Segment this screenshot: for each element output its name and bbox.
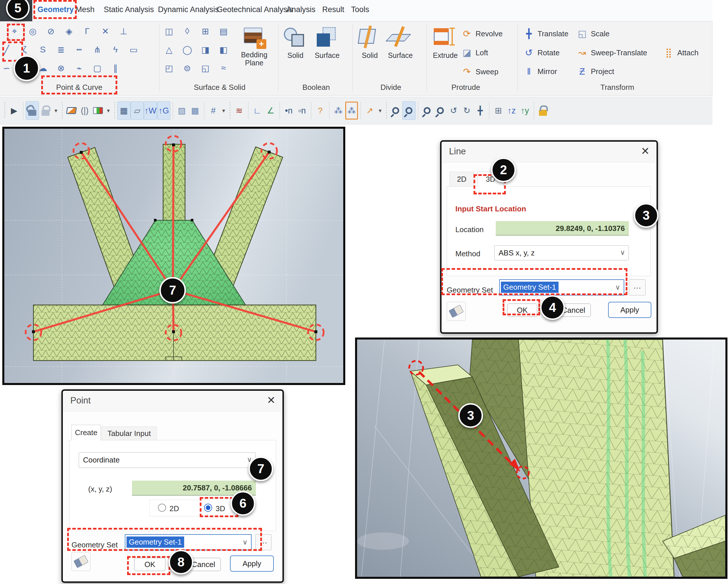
tab-tools[interactable]: Tools — [351, 5, 369, 14]
line-icon[interactable]: ╱ — [1, 43, 12, 56]
element-query-icon[interactable]: ? — [314, 101, 327, 120]
tab-result[interactable]: Result — [322, 5, 344, 14]
ok-button[interactable]: OK — [134, 558, 165, 571]
location-input[interactable]: 29.8249, 0, -1.10376 — [496, 221, 629, 235]
sweep-button[interactable]: ↷ Sweep — [461, 66, 499, 77]
tab-mesh[interactable]: Mesh — [76, 5, 95, 14]
sphere-icon[interactable]: ◯ — [182, 43, 192, 56]
snap-grid-icon[interactable]: # — [207, 101, 220, 120]
tab-geotechnical-analysis[interactable]: Geotechnical Analysis — [217, 5, 293, 14]
zoom-fit-icon[interactable] — [420, 101, 434, 120]
point-tab-tabular-input[interactable]: Tabular Input — [101, 426, 157, 440]
axis-y-icon[interactable]: ↑y — [518, 101, 531, 120]
element-number-icon[interactable]: ▫n — [295, 101, 309, 120]
mirror-button[interactable]: ‖ Mirror — [523, 66, 557, 77]
ok-button[interactable]: OK — [507, 304, 537, 317]
contour-band-icon[interactable]: ≋ — [233, 101, 246, 120]
loft-button[interactable]: ◪ Loft — [461, 47, 488, 58]
box-wire-icon[interactable]: ◰ — [164, 62, 174, 74]
axis-z-icon[interactable]: ↑z — [505, 101, 518, 120]
tab-static-analysis[interactable]: Static Analysis — [104, 5, 154, 14]
divide-solid-button[interactable]: Solid — [354, 25, 386, 59]
mirror-view-icon[interactable]: (|) — [78, 101, 92, 120]
topology-window-icon[interactable]: ⁂ — [345, 101, 358, 120]
sweep-translate-button[interactable]: ↝ Sweep-Translate — [576, 47, 647, 58]
table-solid-icon[interactable]: ▤ — [218, 25, 229, 37]
trim-point-icon[interactable]: ⌁ — [74, 62, 84, 74]
erase-button[interactable] — [72, 552, 90, 571]
cone-icon[interactable]: △ — [164, 43, 174, 56]
point-icon[interactable]: ⌖ — [9, 25, 20, 37]
radio-2d[interactable] — [158, 504, 166, 512]
tab-geometry[interactable]: Geometry — [37, 5, 74, 14]
perspective-viewport[interactable] — [355, 337, 727, 579]
fillet-corner-icon[interactable]: Γ — [82, 25, 93, 37]
unlock-icon[interactable] — [26, 101, 39, 120]
plane-grid-icon[interactable]: ⊞ — [200, 25, 211, 37]
method-select[interactable]: ABS x, y, z ∨ — [494, 245, 629, 260]
flat-rect-icon[interactable]: ▭ — [128, 43, 139, 56]
workplane-icon[interactable]: ▱ — [131, 101, 144, 120]
rotate-button[interactable]: ↺ Rotate — [523, 47, 560, 58]
geometry-set-combo[interactable]: Geometry Set-1 ∨ — [499, 279, 624, 296]
pan-icon[interactable]: ╋ — [473, 101, 487, 120]
viewports-icon[interactable]: ⊞ — [492, 101, 505, 120]
revolve-button[interactable]: ⟳ Revolve — [461, 28, 503, 39]
toolbar-grip[interactable] — [3, 103, 6, 119]
lock-icon[interactable] — [39, 101, 52, 120]
extrude-button[interactable]: Extrude — [430, 25, 461, 59]
ucs-plane-icon[interactable]: ∠ — [264, 101, 277, 120]
point-type-select[interactable]: Coordinate ∨ — [79, 452, 256, 468]
contour-display-icon[interactable] — [65, 101, 78, 120]
zoom-in-icon[interactable] — [389, 101, 402, 120]
geometry-set-combo[interactable]: Geometry Set-1 ∨ — [125, 534, 252, 550]
arc-circle-icon[interactable]: ⊘ — [46, 25, 56, 37]
tab-dynamic-analysis[interactable]: Dynamic Analysis — [158, 5, 219, 14]
spline-icon[interactable]: S — [37, 43, 48, 56]
circle-center-icon[interactable]: ◎ — [27, 25, 38, 37]
break-curve-icon[interactable]: ϟ — [110, 43, 121, 56]
dropdown-caret-icon[interactable]: ▾ — [376, 101, 384, 120]
scale-button[interactable]: ◱ Scale — [576, 28, 609, 39]
geometry-set-more-button[interactable]: … — [255, 534, 271, 550]
offset-bars-icon[interactable]: ∥ — [110, 62, 121, 74]
divide-curve-icon[interactable]: ⋔ — [92, 43, 103, 56]
node-number-icon[interactable]: •n — [282, 101, 295, 120]
intersect-icon[interactable]: ✕ — [100, 25, 111, 37]
erase-button[interactable] — [447, 302, 466, 321]
project-point-icon[interactable]: ⊥ — [118, 25, 129, 37]
grid-toggle-icon[interactable]: ▦ — [117, 101, 131, 120]
dropdown-caret-icon[interactable]: ▾ — [220, 101, 227, 120]
ucs-axis-icon[interactable]: ∟ — [251, 101, 264, 120]
point-diamond-icon[interactable]: ◈ — [64, 25, 74, 37]
polyline-icon[interactable]: ζ — [19, 43, 30, 56]
run-analysis-icon[interactable]: ▶ — [7, 101, 21, 120]
apply-button[interactable]: Apply — [608, 302, 651, 318]
polyhedron-icon[interactable]: ◊ — [182, 25, 192, 37]
zoom-dynamic-icon[interactable] — [434, 101, 447, 120]
color-bands-icon[interactable] — [92, 101, 105, 120]
line-tab-2d[interactable]: 2D — [449, 172, 474, 187]
axis-gcs-icon[interactable]: ↑G — [157, 101, 170, 120]
apply-button[interactable]: Apply — [230, 555, 274, 572]
bedding-plane-button[interactable]: + BeddingPlane — [234, 25, 275, 67]
mesh-build-icon[interactable]: ▩ — [188, 101, 202, 120]
point-tab-create[interactable]: Create — [72, 425, 101, 440]
fit-curve-icon[interactable]: ∽ — [1, 62, 12, 74]
loop-rect-icon[interactable]: ▢ — [92, 62, 103, 74]
point-dialog-titlebar[interactable] — [63, 391, 282, 412]
axis-wcs-icon[interactable]: ↑W — [144, 101, 157, 120]
boolean-solid-button[interactable]: Solid — [280, 25, 311, 59]
ellipse-icon[interactable]: ⊜ — [182, 62, 192, 74]
line-dialog-close-icon[interactable]: ✕ — [641, 145, 650, 157]
project-button[interactable]: Ƶ Project — [576, 66, 614, 77]
box-edit-icon[interactable]: ◧ — [218, 43, 229, 56]
curve-profile-icon[interactable]: ≣ — [56, 43, 66, 56]
mesh-map-icon[interactable]: ▨ — [175, 101, 188, 120]
cylinder-icon[interactable]: ◫ — [164, 25, 174, 37]
lock-partial-icon[interactable] — [536, 101, 550, 120]
tab-analysis[interactable]: Analysis — [286, 5, 316, 14]
translate-button[interactable]: ╋ Translate — [523, 28, 568, 39]
point-dialog-close-icon[interactable]: ✕ — [267, 394, 276, 406]
rotate-cw-icon[interactable]: ↻ — [460, 101, 473, 120]
